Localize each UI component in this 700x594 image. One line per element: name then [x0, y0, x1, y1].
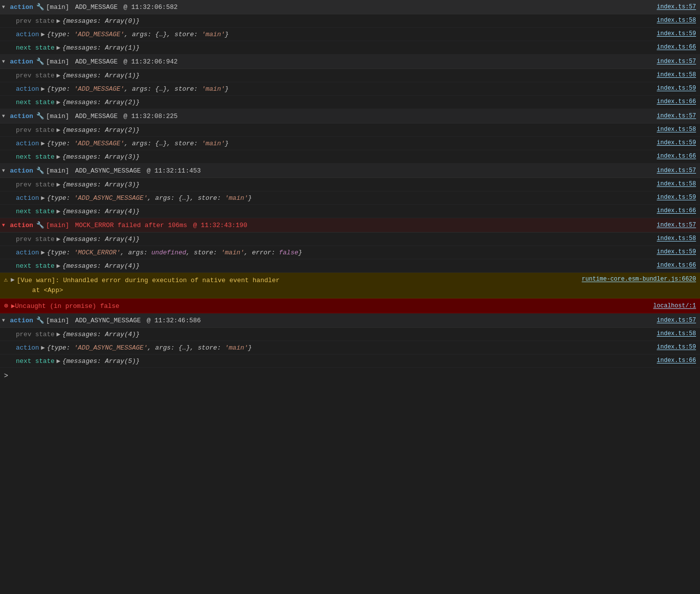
file-link-3[interactable]: index.ts:57: [657, 113, 696, 119]
error-icon: ⊗: [4, 301, 8, 310]
action-value-4: {type: 'ADD_ASYNC_MESSAGE', args: {…}, s…: [47, 194, 252, 202]
prev-file-1[interactable]: index.ts:58: [657, 17, 696, 24]
sub-row-content-action-2: action ▶ {type: 'ADD_MESSAGE', args: {…}…: [16, 85, 649, 93]
sub-row-content-next-4: next state ▶ {messages: Array(4)}: [16, 207, 649, 215]
sub-row-action-2: action ▶ {type: 'ADD_MESSAGE', args: {…}…: [0, 82, 700, 96]
action-label-4: action: [16, 194, 39, 202]
sub-row-next-5: next state ▶ {messages: Array(4)} index.…: [0, 259, 700, 273]
action-keyword-6: action: [10, 317, 33, 324]
action-value-6: {type: 'ADD_ASYNC_MESSAGE', args: {…}, s…: [47, 344, 252, 352]
file-link-5[interactable]: index.ts:57: [657, 222, 696, 229]
action-name-4: ADD_ASYNC_MESSAGE: [71, 167, 141, 175]
file-link-6[interactable]: index.ts:57: [657, 317, 696, 324]
chevron-icon-4: ▼: [2, 168, 8, 174]
action-label-6: action: [16, 344, 39, 352]
action-file-3[interactable]: index.ts:59: [657, 139, 696, 146]
file-link-2[interactable]: index.ts:57: [657, 58, 696, 65]
next-arrow-1: ▶: [57, 44, 60, 52]
prev-value-6: {messages: Array(4)}: [62, 331, 140, 338]
next-file-6[interactable]: index.ts:66: [657, 357, 696, 364]
action-header-left-2: ▼ action 🔧 [main] ADD_MESSAGE @ 11:32:06…: [2, 58, 177, 65]
next-label-4: next state: [16, 208, 55, 215]
prev-value-1: {messages: Array(0)}: [62, 17, 140, 25]
next-file-2[interactable]: index.ts:66: [657, 98, 696, 105]
file-link-1[interactable]: index.ts:57: [657, 3, 696, 10]
bolt-icon-4: 🔧: [36, 167, 44, 175]
prev-value-2: {messages: Array(1)}: [62, 72, 140, 79]
action-header-2[interactable]: ▼ action 🔧 [main] ADD_MESSAGE @ 11:32:06…: [0, 55, 700, 69]
bolt-icon-5: 🔧: [36, 221, 44, 229]
action-file-5[interactable]: index.ts:59: [657, 248, 696, 255]
sub-row-next-2: next state ▶ {messages: Array(2)} index.…: [0, 96, 700, 109]
prev-file-2[interactable]: index.ts:58: [657, 71, 696, 78]
warning-icon: ⚠: [4, 276, 8, 284]
sub-row-content-next-3: next state ▶ {messages: Array(3)}: [16, 153, 649, 161]
next-file-3[interactable]: index.ts:66: [657, 153, 696, 160]
chevron-icon-3: ▼: [2, 114, 8, 119]
sub-row-content-next-1: next state ▶ {messages: Array(1)}: [16, 44, 649, 52]
action-keyword-1: action: [10, 3, 33, 11]
sub-row-action-4: action ▶ {type: 'ADD_ASYNC_MESSAGE', arg…: [0, 191, 700, 205]
sub-row-content-action-5: action ▶ {type: 'MOCK_ERROR', args: unde…: [16, 248, 649, 256]
action-file-2[interactable]: index.ts:59: [657, 85, 696, 92]
next-file-1[interactable]: index.ts:66: [657, 44, 696, 51]
sub-row-content-next-2: next state ▶ {messages: Array(2)}: [16, 98, 649, 106]
sub-row-action-5: action ▶ {type: 'MOCK_ERROR', args: unde…: [0, 246, 700, 259]
warning-expand-arrow[interactable]: ▶: [11, 276, 15, 284]
error-text: ▶Uncaught (in promise) false: [11, 302, 645, 310]
action-store-5: [main]: [46, 222, 69, 229]
sub-row-content-action-3: action ▶ {type: 'ADD_MESSAGE', args: {…}…: [16, 139, 649, 147]
action-file-6[interactable]: index.ts:59: [657, 344, 696, 351]
sub-row-next-3: next state ▶ {messages: Array(3)} index.…: [0, 150, 700, 164]
chevron-icon-1: ▼: [2, 4, 8, 10]
prev-file-3[interactable]: index.ts:58: [657, 126, 696, 133]
next-value-1: {messages: Array(1)}: [62, 44, 140, 52]
action-value-3: {type: 'ADD_MESSAGE', args: {…}, store: …: [47, 140, 229, 147]
error-file-link[interactable]: localhost/:1: [653, 302, 696, 309]
bolt-icon-6: 🔧: [36, 316, 44, 324]
action-label-1: action: [16, 31, 39, 38]
prev-file-6[interactable]: index.ts:58: [657, 330, 696, 337]
action-arrow-1: ▶: [41, 30, 45, 38]
prev-value-5: {messages: Array(4)}: [62, 236, 140, 243]
next-value-2: {messages: Array(2)}: [62, 99, 140, 106]
sub-row-content-next-6: next state ▶ {messages: Array(5)}: [16, 357, 649, 365]
sub-row-next-4: next state ▶ {messages: Array(4)} index.…: [0, 205, 700, 218]
prev-arrow-6: ▶: [57, 330, 60, 338]
sub-row-content-prev-3: prev state ▶ {messages: Array(2)}: [16, 126, 649, 134]
action-header-3[interactable]: ▼ action 🔧 [main] ADD_MESSAGE @ 11:32:08…: [0, 109, 700, 123]
prev-arrow-5: ▶: [57, 235, 60, 243]
next-file-4[interactable]: index.ts:66: [657, 207, 696, 214]
warning-row[interactable]: ⚠ ▶ [Vue warn]: Unhandled error during e…: [0, 273, 700, 298]
action-header-1[interactable]: ▼ action 🔧 [main] ADD_MESSAGE @ 11:32:06…: [0, 0, 700, 14]
action-file-4[interactable]: index.ts:59: [657, 194, 696, 201]
next-arrow-5: ▶: [57, 262, 60, 270]
sub-row-content-prev-2: prev state ▶ {messages: Array(1)}: [16, 71, 649, 79]
action-label-5: action: [16, 249, 39, 256]
sub-row-action-6: action ▶ {type: 'ADD_ASYNC_MESSAGE', arg…: [0, 341, 700, 355]
sub-row-action-3: action ▶ {type: 'ADD_MESSAGE', args: {…}…: [0, 137, 700, 150]
action-store-2: [main]: [46, 58, 69, 65]
next-file-5[interactable]: index.ts:66: [657, 262, 696, 269]
warning-file-link[interactable]: runtime-core.esm-bundler.js:6620: [582, 276, 696, 283]
sub-row-prev-1: prev state ▶ {messages: Array(0)} index.…: [0, 14, 700, 28]
next-arrow-2: ▶: [57, 98, 60, 106]
next-label-5: next state: [16, 262, 55, 270]
prev-label-2: prev state: [16, 72, 55, 79]
action-value-5: {type: 'MOCK_ERROR', args: undefined, st…: [47, 249, 302, 256]
next-value-4: {messages: Array(4)}: [62, 208, 140, 215]
action-header-4[interactable]: ▼ action 🔧 [main] ADD_ASYNC_MESSAGE @ 11…: [0, 164, 700, 178]
next-label-6: next state: [16, 357, 55, 365]
prev-file-4[interactable]: index.ts:58: [657, 180, 696, 187]
chevron-icon-2: ▼: [2, 59, 8, 64]
action-header-6[interactable]: ▼ action 🔧 [main] ADD_ASYNC_MESSAGE @ 11…: [0, 313, 700, 328]
action-header-5[interactable]: ▼ action 🔧 [main] MOCK_ERROR failed afte…: [0, 218, 700, 233]
next-arrow-3: ▶: [57, 153, 60, 161]
warning-content: ⚠ ▶ [Vue warn]: Unhandled error during e…: [4, 276, 574, 295]
error-row[interactable]: ⊗ ▶Uncaught (in promise) false localhost…: [0, 298, 700, 313]
next-label-3: next state: [16, 153, 55, 161]
action-timestamp-1: @ 11:32:06:582: [119, 3, 177, 11]
prev-file-5[interactable]: index.ts:58: [657, 235, 696, 242]
file-link-4[interactable]: index.ts:57: [657, 167, 696, 174]
action-file-1[interactable]: index.ts:59: [657, 30, 696, 37]
